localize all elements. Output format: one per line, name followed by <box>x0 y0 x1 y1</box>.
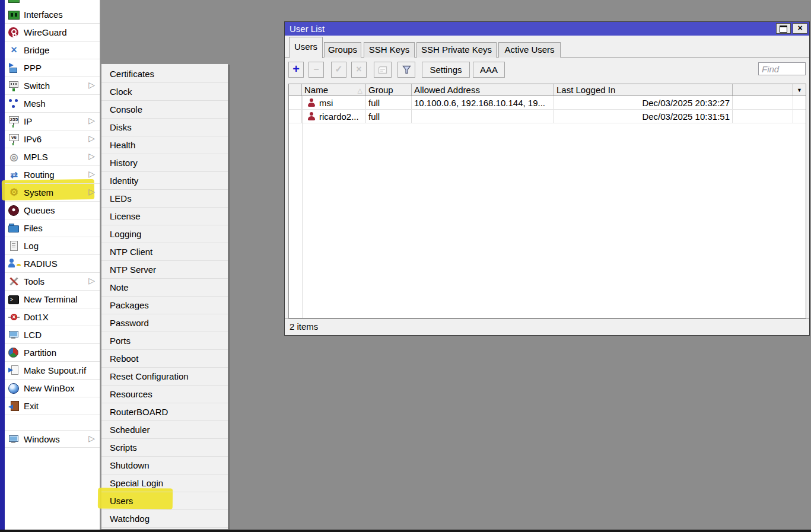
name-cell: ricardo2... <box>302 110 366 123</box>
submenu-item-leds[interactable]: LEDs <box>101 190 228 208</box>
sidebar-item-mesh[interactable]: Mesh <box>5 95 100 113</box>
column-header-blank[interactable] <box>289 84 302 95</box>
sidebar-item-new-winbox[interactable]: New WinBox <box>5 380 100 397</box>
submenu-item-packages[interactable]: Packages <box>101 297 228 314</box>
sidebar-item-tools[interactable]: Tools ▷ <box>5 273 100 291</box>
sidebar-item-bridge[interactable]: × Bridge <box>5 42 100 59</box>
sidebar-item-new-terminal[interactable]: New Terminal <box>5 291 100 308</box>
sidebar-item-queues[interactable]: Queues <box>5 202 100 219</box>
sidebar-item-interfaces[interactable]: Interfaces <box>5 6 100 24</box>
sidebar-item-exit[interactable]: Exit <box>5 397 100 415</box>
sidebar-item-wireguard[interactable]: WireGuard <box>5 24 100 42</box>
tab-ssh-private-keys[interactable]: SSH Private Keys <box>416 42 497 58</box>
submenu-item-ntp-server[interactable]: NTP Server <box>101 261 228 279</box>
submenu-item-label: Scheduler <box>110 425 150 435</box>
sidebar-item-make-supout[interactable]: Make Supout.rif <box>5 362 100 380</box>
interfaces-icon <box>8 11 20 20</box>
submenu-item-license[interactable]: License <box>101 208 228 225</box>
column-select-button[interactable]: ▼ <box>793 84 806 95</box>
tab-active-users[interactable]: Active Users <box>498 42 561 58</box>
submenu-item-watchdog[interactable]: Watchdog <box>101 510 228 528</box>
table-row[interactable]: msi full 10.100.0.6, 192.168.10.144, 19.… <box>289 96 806 110</box>
maximize-button[interactable] <box>776 23 791 34</box>
add-button[interactable]: + <box>288 62 304 78</box>
sidebar-item-lcd[interactable]: LCD <box>5 326 100 344</box>
submenu-item-scheduler[interactable]: Scheduler <box>101 421 228 439</box>
submenu-item-label: Scripts <box>110 442 137 453</box>
column-header-last-logged-in[interactable]: Last Logged In <box>554 84 733 95</box>
column-header-empty[interactable] <box>733 84 793 95</box>
filter-funnel-icon <box>402 65 412 75</box>
tab-users[interactable]: Users <box>289 37 323 58</box>
aaa-button[interactable]: AAA <box>473 62 505 78</box>
sidebar-item-label: IPv6 <box>24 134 42 144</box>
submenu-item-label: Reboot <box>110 353 138 364</box>
mesh-icon <box>8 98 20 109</box>
submenu-item-reset-configuration[interactable]: Reset Configuration <box>101 368 228 386</box>
sidebar-item-switch[interactable]: Switch ▷ <box>5 77 100 95</box>
submenu-item-password[interactable]: Password <box>101 314 228 332</box>
submenu-item-certificates[interactable]: Certificates <box>101 65 228 83</box>
tab-groups[interactable]: Groups <box>324 42 361 58</box>
enable-button[interactable]: ✓ <box>331 62 346 78</box>
sidebar-item-dot1x[interactable]: Dot1X <box>5 308 100 326</box>
globe-icon <box>8 383 19 394</box>
sort-asc-icon: △ <box>358 86 362 94</box>
pie-icon <box>8 348 18 358</box>
sidebar-item-system[interactable]: ⚙ System ▷ <box>5 184 100 202</box>
column-header-allowed-address[interactable]: Allowed Address <box>412 84 554 95</box>
disable-button[interactable]: × <box>351 62 367 78</box>
sidebar-item-radius[interactable]: RADIUS <box>5 255 100 273</box>
export-page-icon <box>8 365 20 375</box>
submenu-arrow-icon: ▷ <box>88 276 95 285</box>
find-input[interactable] <box>758 62 806 75</box>
filter-button[interactable] <box>397 62 415 78</box>
sidebar-item-partition[interactable]: Partition <box>5 344 100 362</box>
submenu-item-ntp-client[interactable]: NTP Client <box>101 243 228 261</box>
submenu-item-disks[interactable]: Disks <box>101 119 228 136</box>
user-icon <box>308 112 315 120</box>
submenu-item-clock[interactable]: Clock <box>101 83 228 101</box>
sidebar-item-routing[interactable]: ⇄ Routing ▷ <box>5 166 100 184</box>
submenu-item-label: History <box>110 158 138 168</box>
submenu-item-identity[interactable]: Identity <box>101 172 228 190</box>
sidebar-item-ip[interactable]: IP ▷ <box>5 113 100 130</box>
sidebar-item-ipv6[interactable]: IPv6 ▷ <box>5 130 100 148</box>
tab-ssh-keys[interactable]: SSH Keys <box>364 42 415 58</box>
settings-button[interactable]: Settings <box>422 62 470 78</box>
submenu-item-health[interactable]: Health <box>101 136 228 154</box>
empty-cell <box>733 110 793 123</box>
tab-strip: Users Groups SSH Keys SSH Private Keys A… <box>285 36 809 58</box>
submenu-item-reboot[interactable]: Reboot <box>101 350 228 368</box>
submenu-item-note[interactable]: Note <box>101 279 228 297</box>
remove-button[interactable]: − <box>309 62 324 78</box>
comment-button[interactable] <box>374 62 392 78</box>
close-button[interactable]: × <box>793 23 807 34</box>
sidebar-item-windows[interactable]: Windows ▷ <box>5 430 100 448</box>
row-selector-cell <box>289 110 302 123</box>
window-titlebar[interactable]: User List × <box>285 22 809 36</box>
sidebar-item-label: Log <box>24 241 39 251</box>
column-header-group[interactable]: Group <box>366 84 412 95</box>
table-row[interactable]: ricardo2... full Dec/03/2025 10:31:51 <box>289 110 806 123</box>
submenu-item-users[interactable]: Users <box>101 492 228 510</box>
column-header-name[interactable]: Name△ <box>302 84 366 95</box>
submenu-item-special-login[interactable]: Special Login <box>101 474 228 492</box>
sidebar-item-files[interactable]: Files <box>5 219 100 237</box>
submenu-item-history[interactable]: History <box>101 154 228 172</box>
row-selector-cell <box>289 96 302 109</box>
submenu-item-shutdown[interactable]: Shutdown <box>101 457 228 474</box>
sidebar-item-label: Files <box>24 223 43 233</box>
submenu-item-resources[interactable]: Resources <box>101 386 228 403</box>
submenu-item-label: LEDs <box>110 193 132 203</box>
sidebar-item-mpls[interactable]: ◎ MPLS ▷ <box>5 148 100 166</box>
submenu-item-logging[interactable]: Logging <box>101 225 228 243</box>
submenu-item-console[interactable]: Console <box>101 101 228 119</box>
submenu-item-scripts[interactable]: Scripts <box>101 439 228 457</box>
sidebar-item-log[interactable]: Log <box>5 237 100 255</box>
user-list-window: User List × Users Groups SSH Keys SSH Pr… <box>284 21 810 336</box>
submenu-item-label: Resources <box>110 389 152 399</box>
sidebar-item-ppp[interactable]: PPP <box>5 59 100 77</box>
submenu-item-routerboard[interactable]: RouterBOARD <box>101 403 228 421</box>
submenu-item-ports[interactable]: Ports <box>101 332 228 350</box>
